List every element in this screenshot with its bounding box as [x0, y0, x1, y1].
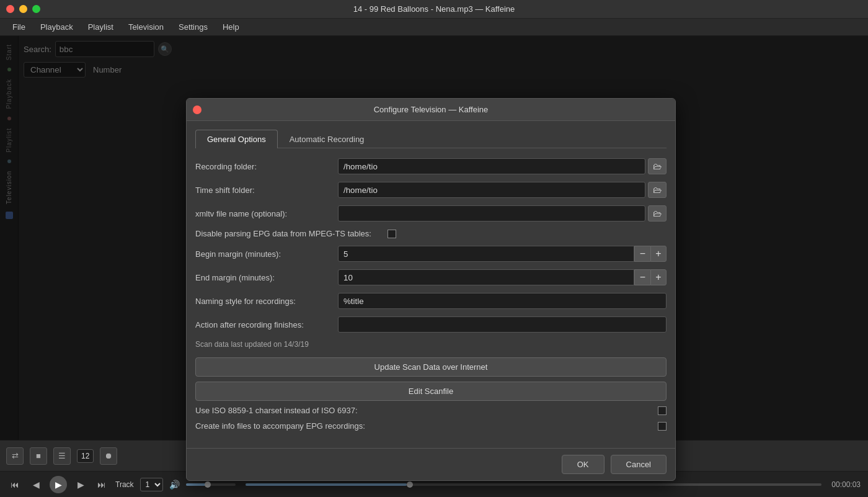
stop-btn[interactable]: ■ [30, 447, 47, 465]
create-info-row: Create info files to accompany EPG recor… [195, 421, 666, 431]
menu-file[interactable]: File [6, 20, 32, 34]
menubar: File Playback Playlist Television Settin… [0, 19, 868, 36]
main-area: Start Playback Playlist Television Searc… [0, 36, 868, 440]
disable-epg-label: Disable parsing EPG data from MPEG-TS ta… [195, 229, 388, 238]
volume-fill [186, 483, 206, 486]
cancel-button[interactable]: Cancel [611, 455, 666, 474]
edit-scanfile-btn[interactable]: Edit Scanfile [195, 382, 666, 401]
shuffle-btn[interactable]: ⇄ [6, 447, 24, 465]
create-info-label: Create info files to accompany EPG recor… [195, 421, 654, 431]
begin-margin-decrement-btn[interactable]: − [634, 246, 650, 262]
create-info-checkbox[interactable] [658, 422, 666, 431]
volume-icon[interactable]: 🔊 [169, 480, 180, 490]
xmltv-browse-btn[interactable]: 🗁 [648, 205, 666, 222]
xmltv-input[interactable] [338, 205, 645, 222]
end-margin-decrement-btn[interactable]: − [634, 269, 650, 285]
time-shift-folder-browse-btn[interactable]: 🗁 [648, 182, 666, 198]
end-margin-increment-btn[interactable]: + [650, 269, 666, 285]
prev-btn[interactable]: ⏮ [7, 477, 22, 492]
time-shift-folder-row: Time shift folder: 🗁 [195, 182, 666, 198]
tab-general-options[interactable]: General Options [195, 130, 278, 148]
rewind-btn[interactable]: ◀ [29, 477, 43, 492]
play-btn[interactable]: ▶ [50, 476, 67, 493]
end-margin-label: End margin (minutes): [195, 273, 338, 282]
dialog-tabs: General Options Automatic Recording [195, 130, 666, 148]
recording-folder-label: Recording folder: [195, 162, 338, 171]
action-after-label: Action after recording finishes: [195, 320, 338, 329]
window-controls[interactable] [6, 5, 40, 13]
menu-television[interactable]: Television [122, 20, 170, 34]
xmltv-row: xmltv file name (optional): 🗁 [195, 205, 666, 222]
menu-settings[interactable]: Settings [172, 20, 214, 34]
ok-button[interactable]: OK [562, 455, 604, 474]
window-title: 14 - 99 Red Balloons - Nena.mp3 — Kaffei… [353, 4, 515, 14]
dialog-titlebar: Configure Television — Kaffeine [187, 99, 675, 121]
track-label: Track [115, 480, 134, 489]
end-margin-row: End margin (minutes): − + [195, 269, 666, 285]
iso-charset-row: Use ISO 8859-1 charset instead of ISO 69… [195, 406, 666, 415]
close-window-btn[interactable] [6, 5, 14, 13]
menu-playlist[interactable]: Playlist [82, 20, 120, 34]
dialog-close-button[interactable] [193, 105, 202, 114]
action-after-input[interactable] [338, 316, 666, 333]
end-margin-input[interactable] [338, 269, 634, 285]
tab-automatic-recording[interactable]: Automatic Recording [278, 130, 376, 148]
time-display: 00:00:03 [831, 480, 861, 489]
time-shift-folder-label: Time shift folder: [195, 186, 338, 195]
disable-epg-row: Disable parsing EPG data from MPEG-TS ta… [195, 229, 666, 238]
menu-playback[interactable]: Playback [34, 20, 79, 34]
progress-thumb [407, 481, 413, 488]
dialog-footer: OK Cancel [187, 448, 675, 480]
minimize-window-btn[interactable] [19, 5, 27, 13]
volume-thumb [205, 481, 211, 488]
action-after-row: Action after recording finishes: [195, 316, 666, 333]
configure-dialog: Configure Television — Kaffeine General … [186, 98, 676, 481]
disable-epg-checkbox[interactable] [388, 230, 396, 238]
recording-folder-row: Recording folder: 🗁 [195, 158, 666, 174]
begin-margin-increment-btn[interactable]: + [650, 246, 666, 262]
list-btn[interactable]: ☰ [53, 447, 71, 465]
recording-folder-input[interactable] [338, 158, 645, 174]
naming-style-row: Naming style for recordings: [195, 293, 666, 309]
time-shift-folder-input[interactable] [338, 182, 645, 198]
begin-margin-row: Begin margin (minutes): − + [195, 246, 666, 262]
track-select[interactable]: 1 [140, 478, 163, 491]
forward-btn[interactable]: ▶ [73, 477, 88, 492]
menu-help[interactable]: Help [216, 20, 246, 34]
scan-info: Scan data last updated on 14/3/19 [195, 340, 666, 349]
maximize-window-btn[interactable] [32, 5, 40, 13]
progress-bar[interactable] [246, 483, 822, 486]
iso-charset-label: Use ISO 8859-1 charset instead of ISO 69… [195, 406, 654, 415]
dialog-title: Configure Television — Kaffeine [374, 105, 489, 114]
progress-fill [246, 483, 407, 486]
titlebar: 14 - 99 Red Balloons - Nena.mp3 — Kaffei… [0, 0, 868, 19]
dialog-body: General Options Automatic Recording Reco… [187, 121, 675, 448]
bottom-checkboxes: Use ISO 8859-1 charset instead of ISO 69… [195, 406, 666, 431]
naming-style-label: Naming style for recordings: [195, 297, 338, 306]
volume-bar[interactable] [186, 483, 236, 486]
update-scan-data-btn[interactable]: Update Scan Data over Internet [195, 357, 666, 377]
recording-folder-browse-btn[interactable]: 🗁 [648, 158, 666, 174]
begin-margin-label: Begin margin (minutes): [195, 249, 338, 259]
record-btn[interactable]: ⏺ [100, 447, 117, 465]
next-btn[interactable]: ⏭ [94, 477, 109, 492]
xmltv-label: xmltv file name (optional): [195, 209, 338, 218]
iso-charset-checkbox[interactable] [658, 406, 666, 415]
track-number-display: 12 [77, 449, 94, 463]
begin-margin-input[interactable] [338, 246, 634, 262]
naming-style-input[interactable] [338, 293, 666, 309]
